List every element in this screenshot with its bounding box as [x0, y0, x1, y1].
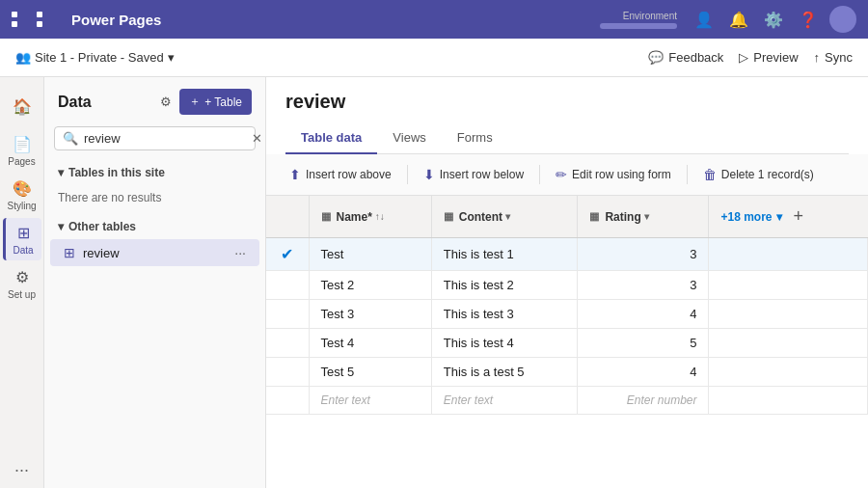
main-header: review Table data Views Forms: [266, 77, 868, 154]
data-table: ▦ Name* ↑↓ ▦ Content ▾: [266, 196, 868, 415]
table-item-name: review: [83, 246, 227, 260]
left-panel-title: Data: [58, 94, 92, 111]
row-name-cell[interactable]: Test 4: [309, 329, 431, 358]
more-columns-button[interactable]: +18 more ▾: [720, 210, 781, 224]
site-info[interactable]: 👥 Site 1 - Private - Saved ▾: [15, 50, 175, 65]
row-content-cell[interactable]: This is a test 5: [431, 358, 578, 387]
placeholder-check: [266, 387, 309, 415]
placeholder-rating[interactable]: Enter number: [578, 387, 709, 415]
rating-dropdown-icon[interactable]: ▾: [644, 211, 649, 222]
row-check-cell: [266, 329, 309, 358]
row-name-cell[interactable]: Test 3: [309, 300, 431, 329]
row-rating-cell[interactable]: 3: [578, 238, 709, 271]
data-label: Data: [13, 245, 33, 256]
preview-label: Preview: [753, 50, 798, 65]
add-table-button[interactable]: ＋ + Table: [179, 89, 252, 115]
content-dropdown-icon[interactable]: ▾: [505, 211, 510, 222]
delete-record-button[interactable]: 🗑 Delete 1 record(s): [695, 162, 822, 187]
row-name-cell[interactable]: Test 5: [309, 358, 431, 387]
col-name-label: Name*: [337, 210, 372, 224]
row-content-cell[interactable]: This is test 4: [431, 329, 578, 358]
add-table-label: + Table: [204, 95, 242, 109]
sidebar-item-setup[interactable]: ⚙ Set up: [3, 262, 41, 305]
plus-icon: ＋: [189, 94, 201, 110]
sidebar-item-data[interactable]: ⊞ Data: [3, 218, 41, 260]
row-rating-cell[interactable]: 5: [578, 329, 709, 358]
other-tables-section[interactable]: ▾ Other tables: [44, 214, 265, 239]
table-item-review[interactable]: ⊞ review ···: [50, 239, 259, 266]
sidebar-item-styling[interactable]: 🎨 Styling: [3, 174, 41, 216]
table-row[interactable]: ✔ Test This is test 1 3: [266, 238, 868, 271]
col-rating-label: Rating: [605, 210, 640, 224]
placeholder-name[interactable]: Enter text: [309, 387, 431, 415]
sort-icon[interactable]: ↑↓: [375, 211, 385, 222]
row-content-cell[interactable]: This is test 1: [431, 238, 578, 271]
table-row[interactable]: Test 3 This is test 3 4: [266, 300, 868, 329]
edit-row-button[interactable]: ✏ Edit row using form: [548, 162, 679, 187]
clear-search-icon[interactable]: ✕: [252, 131, 262, 146]
row-content-cell[interactable]: This is test 2: [431, 271, 578, 300]
tab-bar: Table data Views Forms: [285, 122, 849, 154]
sync-button[interactable]: ↑ Sync: [814, 50, 853, 65]
row-rating-cell[interactable]: 3: [578, 271, 709, 300]
top-nav: Power Pages Environment 👤 🔔 ⚙️ ❓: [0, 0, 868, 39]
row-rating-cell[interactable]: 4: [578, 358, 709, 387]
col-content[interactable]: ▦ Content ▾: [431, 196, 578, 238]
row-name-cell[interactable]: Test 2: [309, 271, 431, 300]
sub-nav-actions: 💬 Feedback ▷ Preview ↑ Sync: [648, 50, 853, 65]
styling-label: Styling: [7, 201, 36, 211]
row-extra-cell: [709, 300, 868, 329]
row-extra-cell: [709, 358, 868, 387]
add-column-button[interactable]: +: [786, 203, 812, 230]
toolbar-separator-3: [687, 165, 688, 184]
tab-table-data[interactable]: Table data: [285, 122, 377, 154]
table-toolbar: ⬆ Insert row above ⬇ Insert row below ✏ …: [266, 154, 868, 196]
placeholder-content[interactable]: Enter text: [431, 387, 578, 415]
help-icon[interactable]: ❓: [795, 6, 822, 33]
row-content-cell[interactable]: This is test 3: [431, 300, 578, 329]
insert-above-label: Insert row above: [306, 168, 392, 181]
styling-icon: 🎨: [13, 179, 32, 198]
table-area: ▦ Name* ↑↓ ▦ Content ▾: [266, 196, 868, 488]
tables-in-site-section[interactable]: ▾ Tables in this site: [44, 160, 265, 185]
col-more[interactable]: +18 more ▾ +: [709, 196, 868, 238]
avatar[interactable]: [829, 6, 856, 33]
col-rating[interactable]: ▦ Rating ▾: [578, 196, 709, 238]
main-layout: 🏠 📄 Pages 🎨 Styling ⊞ Data ⚙ Set up ··· …: [0, 77, 868, 488]
insert-row-below-button[interactable]: ⬇ Insert row below: [416, 162, 531, 187]
table-row[interactable]: Test 5 This is a test 5 4: [266, 358, 868, 387]
env-bar: [600, 23, 677, 29]
table-row[interactable]: Test 2 This is test 2 3: [266, 271, 868, 300]
row-name-cell[interactable]: Test: [309, 238, 431, 271]
feedback-button[interactable]: 💬 Feedback: [648, 50, 723, 65]
settings-icon[interactable]: ⚙️: [760, 6, 787, 33]
env-label: Environment: [623, 11, 677, 21]
gear-icon[interactable]: ⚙: [160, 95, 172, 109]
table-icon: ⊞: [64, 245, 75, 260]
more-chevron-icon: ▾: [776, 210, 782, 224]
sidebar-item-home[interactable]: 🏠: [3, 85, 41, 127]
bell-icon[interactable]: 🔔: [725, 6, 752, 33]
row-extra-cell: [709, 271, 868, 300]
col-name[interactable]: ▦ Name* ↑↓: [309, 196, 431, 238]
placeholder-row[interactable]: Enter text Enter text Enter number: [266, 387, 868, 415]
row-rating-cell[interactable]: 4: [578, 300, 709, 329]
toolbar-separator-2: [539, 165, 540, 184]
preview-button[interactable]: ▷ Preview: [739, 50, 798, 65]
app-grid-icon[interactable]: [12, 12, 58, 27]
more-icon[interactable]: ···: [14, 460, 29, 480]
tab-views[interactable]: Views: [377, 122, 441, 154]
setup-label: Set up: [8, 289, 36, 300]
table-item-more-icon[interactable]: ···: [234, 245, 246, 260]
person-icon[interactable]: 👤: [691, 6, 718, 33]
insert-below-label: Insert row below: [440, 168, 524, 181]
chevron-down-icon-2: ▾: [58, 220, 64, 233]
tab-forms[interactable]: Forms: [442, 122, 508, 154]
table-row[interactable]: Test 4 This is test 4 5: [266, 329, 868, 358]
feedback-label: Feedback: [668, 50, 723, 65]
site-icon: 👥: [15, 50, 31, 65]
insert-row-above-button[interactable]: ⬆ Insert row above: [282, 162, 399, 187]
home-icon: 🏠: [13, 97, 32, 116]
search-input[interactable]: [84, 131, 246, 146]
sidebar-item-pages[interactable]: 📄 Pages: [3, 129, 41, 172]
